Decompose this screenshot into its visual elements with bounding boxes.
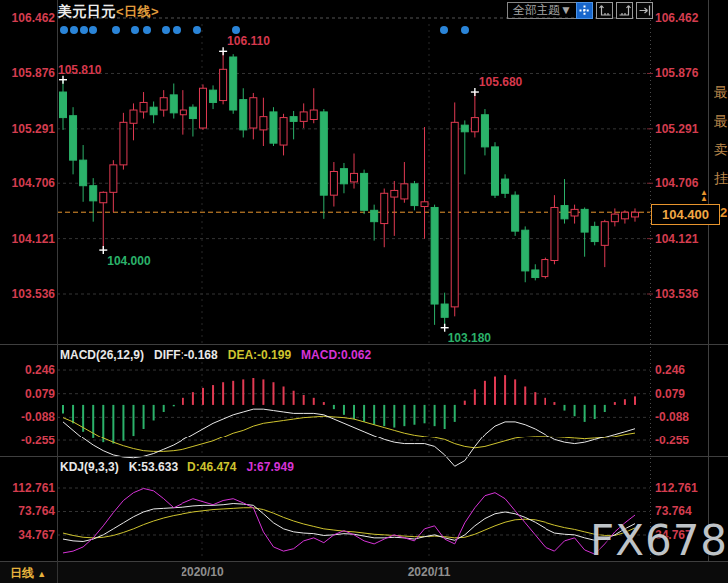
current-price-box: 104.400: [651, 204, 720, 225]
svg-text:104.000: 104.000: [107, 254, 151, 268]
price-up-arrows-icon: ▲▲: [700, 190, 708, 202]
left-axis-scale-icon[interactable]: [596, 2, 613, 19]
svg-text:104.706: 104.706: [655, 176, 699, 190]
svg-text:104.121: 104.121: [12, 232, 56, 246]
svg-text:105.876: 105.876: [12, 66, 56, 80]
svg-text:104.706: 104.706: [12, 176, 56, 190]
svg-text:103.180: 103.180: [448, 331, 492, 345]
macd-header: MACD(26,12,9)DIFF:-0.168DEA:-0.199MACD:0…: [60, 348, 381, 362]
move-crosshair-icon[interactable]: [576, 2, 593, 19]
x-axis-label-nov: 2020/11: [408, 565, 451, 579]
svg-text:0.246: 0.246: [25, 363, 55, 377]
trading-terminal-window: 105.810104.000106.110103.180105.680106.4…: [0, 0, 728, 583]
svg-text:73.764: 73.764: [18, 504, 55, 518]
watermark: FX678: [590, 516, 728, 565]
svg-text:-0.255: -0.255: [655, 434, 689, 447]
theme-dropdown-button[interactable]: 全部主题▼: [507, 2, 578, 19]
svg-text:105.291: 105.291: [655, 122, 699, 136]
macd-params: MACD(26,12,9): [60, 348, 144, 362]
svg-text:103.536: 103.536: [12, 287, 56, 301]
clipped-panel-label: 最: [714, 113, 728, 131]
clipped-panel-label: 最: [714, 84, 728, 102]
svg-text:105.680: 105.680: [479, 75, 523, 89]
svg-text:112.761: 112.761: [655, 481, 698, 495]
svg-text:-0.088: -0.088: [21, 410, 55, 424]
svg-text:-0.255: -0.255: [21, 434, 55, 447]
svg-text:0.079: 0.079: [655, 387, 685, 401]
svg-text:104.121: 104.121: [655, 232, 699, 246]
macd-diff-value: DIFF:-0.168: [154, 348, 218, 362]
x-axis-label-oct: 2020/10: [181, 565, 223, 579]
macd-macd-value: MACD:0.062: [301, 348, 371, 362]
bottom-bar-divider: [57, 561, 58, 583]
svg-text:106.110: 106.110: [227, 34, 270, 48]
clipped-quote-digit: 2: [720, 205, 727, 220]
svg-text:0.079: 0.079: [25, 387, 55, 401]
svg-text:106.462: 106.462: [655, 11, 699, 25]
macd-dea-value: DEA:-0.199: [228, 348, 291, 362]
kdj-params: KDJ(9,3,3): [60, 460, 119, 474]
svg-text:34.767: 34.767: [18, 528, 55, 542]
price-chart-canvas[interactable]: 105.810104.000106.110103.180105.680106.4…: [0, 0, 728, 583]
shift-right-icon[interactable]: [636, 2, 653, 19]
kdj-d-value: D:46.474: [187, 460, 236, 474]
period-arrow-icon: ▲: [37, 569, 46, 579]
svg-text:0.246: 0.246: [655, 363, 685, 377]
svg-text:105.810: 105.810: [58, 63, 102, 77]
period-selector[interactable]: 日线 ▲: [10, 565, 46, 582]
svg-text:105.291: 105.291: [12, 122, 56, 136]
svg-text:-0.088: -0.088: [655, 410, 689, 424]
period-text: 日线: [10, 566, 34, 580]
svg-text:112.761: 112.761: [12, 481, 55, 495]
kdj-j-value: J:67.949: [246, 460, 293, 474]
svg-text:105.876: 105.876: [655, 66, 699, 80]
symbol-title: 美元日元<日线>: [58, 3, 159, 21]
kdj-header: KDJ(9,3,3)K:53.633D:46.474J:67.949: [60, 460, 304, 474]
svg-text:106.462: 106.462: [12, 11, 56, 25]
clipped-panel-label: 卖: [714, 142, 728, 159]
symbol-name: 美元日元: [58, 3, 116, 19]
kdj-k-value: K:53.633: [129, 460, 178, 474]
right-axis-scale-icon[interactable]: [616, 2, 633, 19]
svg-text:103.536: 103.536: [655, 287, 699, 301]
clipped-panel-label: 挂: [714, 170, 728, 188]
period-suffix: <日线>: [116, 4, 159, 19]
